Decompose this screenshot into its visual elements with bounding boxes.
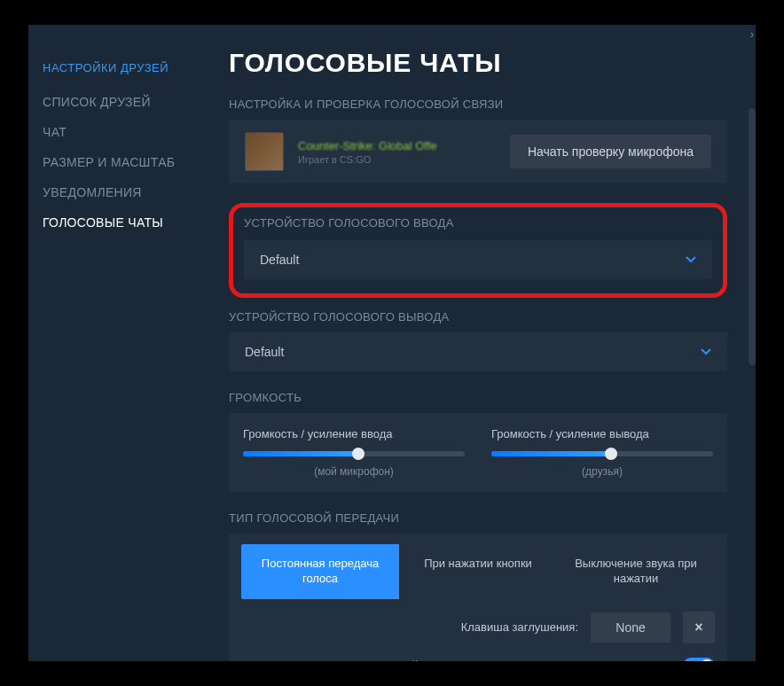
- tab-push-to-talk[interactable]: При нажатии кнопки: [399, 544, 557, 599]
- voice-test-section-label: НАСТРОЙКА И ПРОВЕРКА ГОЛОСОВОЙ СВЯЗИ: [229, 97, 727, 111]
- input-gain-slider[interactable]: [243, 451, 465, 456]
- output-gain-hint: (друзья): [491, 465, 713, 478]
- input-device-dropdown[interactable]: Default: [244, 240, 712, 279]
- game-name: Counter-Strike: Global Offe: [298, 139, 437, 152]
- input-gain-label: Громкость / усиление ввода: [243, 427, 465, 440]
- sidebar-item-chat[interactable]: ЧАТ: [43, 117, 215, 147]
- close-icon: ×: [694, 620, 702, 635]
- voice-test-panel: Counter-Strike: Global Offe Играет в CS:…: [229, 120, 727, 183]
- volume-section-label: ГРОМКОСТЬ: [229, 391, 727, 404]
- transmission-panel: Постоянная передача голоса При нажатии к…: [229, 534, 727, 661]
- input-gain-hint: (мой микрофон): [243, 465, 465, 478]
- sidebar-item-notifications[interactable]: УВЕДОМЛЕНИЯ: [43, 177, 215, 207]
- main-content: ГОЛОСОВЫЕ ЧАТЫ НАСТРОЙКА И ПРОВЕРКА ГОЛО…: [215, 25, 756, 661]
- sidebar: НАСТРОЙКИ ДРУЗЕЙ СПИСОК ДРУЗЕЙ ЧАТ РАЗМЕ…: [28, 25, 215, 661]
- input-device-value: Default: [260, 253, 299, 267]
- output-device-value: Default: [245, 345, 284, 359]
- tab-open-mic[interactable]: Постоянная передача голоса: [241, 544, 399, 599]
- output-device-section-label: УСТРОЙСТВО ГОЛОСОВОГО ВЫВОДА: [229, 310, 727, 324]
- chevron-down-icon: [701, 348, 711, 355]
- volume-panel: Громкость / усиление ввода (мой микрофон…: [229, 413, 727, 492]
- game-status: Играет в CS:GO: [298, 154, 437, 165]
- transmission-section-label: ТИП ГОЛОСОВОЙ ПЕРЕДАЧИ: [229, 511, 727, 525]
- mute-key-input[interactable]: None: [591, 612, 670, 643]
- sound-toggle-label: Воспроизводить короткий звук при включен…: [241, 659, 670, 661]
- page-title: ГОЛОСОВЫЕ ЧАТЫ: [229, 48, 727, 78]
- scrollbar[interactable]: [749, 108, 756, 365]
- input-device-highlight: УСТРОЙСТВО ГОЛОСОВОГО ВВОДА Default: [229, 203, 727, 298]
- mute-key-label: Клавиша заглушения:: [461, 620, 578, 634]
- chevron-down-icon: [686, 256, 696, 263]
- input-device-section-label: УСТРОЙСТВО ГОЛОСОВОГО ВВОДА: [244, 216, 712, 230]
- settings-window: › НАСТРОЙКИ ДРУЗЕЙ СПИСОК ДРУЗЕЙ ЧАТ РАЗ…: [28, 25, 756, 661]
- sidebar-item-friends-list[interactable]: СПИСОК ДРУЗЕЙ: [43, 87, 215, 117]
- output-gain-slider[interactable]: [491, 451, 713, 456]
- sidebar-header: НАСТРОЙКИ ДРУЗЕЙ: [43, 53, 215, 87]
- avatar: [245, 132, 284, 171]
- sound-toggle[interactable]: [683, 658, 715, 661]
- tab-push-to-mute[interactable]: Выключение звука при нажатии: [557, 544, 715, 599]
- output-device-dropdown[interactable]: Default: [229, 332, 727, 371]
- sidebar-item-voice-chats[interactable]: ГОЛОСОВЫЕ ЧАТЫ: [43, 207, 215, 238]
- start-mic-test-button[interactable]: Начать проверку микрофона: [510, 135, 711, 168]
- sidebar-item-size-scale[interactable]: РАЗМЕР И МАСШТАБ: [43, 147, 215, 177]
- output-gain-label: Громкость / усиление вывода: [491, 427, 713, 440]
- transmission-tabs: Постоянная передача голоса При нажатии к…: [241, 544, 715, 599]
- clear-mute-key-button[interactable]: ×: [683, 612, 715, 643]
